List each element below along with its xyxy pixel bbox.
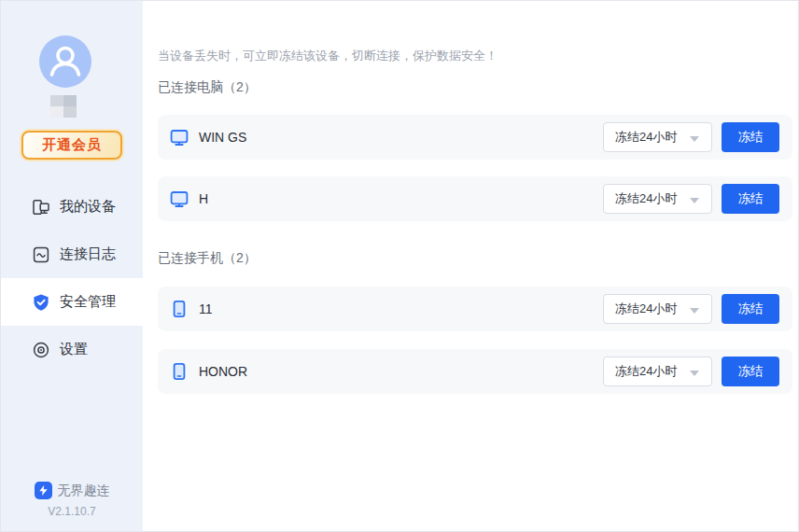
app-name: 无界趣连 xyxy=(58,483,110,499)
section-title-computers: 已连接电脑（2） xyxy=(158,79,257,96)
device-row: 11 冻结24小时 冻结 xyxy=(158,287,792,331)
sidebar-item-settings[interactable]: 设置 xyxy=(1,326,143,373)
settings-icon xyxy=(32,341,50,359)
smartphone-icon xyxy=(170,300,189,318)
freeze-duration-select[interactable]: 冻结24小时 xyxy=(603,357,712,386)
sidebar-item-label: 连接日志 xyxy=(60,245,116,263)
log-icon xyxy=(32,245,50,264)
device-name: 11 xyxy=(199,301,213,316)
device-name: HONOR xyxy=(199,364,247,379)
freeze-duration-value: 冻结24小时 xyxy=(615,190,677,207)
sidebar-item-label: 设置 xyxy=(60,341,88,358)
sidebar-item-my-devices[interactable]: 我的设备 xyxy=(1,183,143,231)
avatar[interactable] xyxy=(39,35,91,88)
monitor-icon xyxy=(170,189,189,208)
shield-check-icon xyxy=(32,293,50,312)
app-window: 开通会员 我的设备 连接日志 安全管理 xyxy=(0,0,799,532)
brand-block: 无界趣连 V2.1.10.7 xyxy=(1,482,143,518)
sidebar: 开通会员 我的设备 连接日志 安全管理 xyxy=(1,1,143,532)
device-row: HONOR 冻结24小时 冻结 xyxy=(158,349,792,394)
freeze-duration-value: 冻结24小时 xyxy=(615,301,677,317)
sidebar-item-security[interactable]: 安全管理 xyxy=(1,278,143,326)
device-name: WIN GS xyxy=(199,130,246,145)
freeze-duration-select[interactable]: 冻结24小时 xyxy=(603,184,712,214)
sidebar-item-connection-logs[interactable]: 连接日志 xyxy=(1,231,143,278)
main-content: 当设备丢失时，可立即冻结该设备，切断连接，保护数据安全！ 已连接电脑（2） WI… xyxy=(143,1,799,532)
smartphone-icon xyxy=(170,362,189,381)
freeze-button[interactable]: 冻结 xyxy=(722,294,779,324)
security-notice: 当设备丢失时，可立即冻结该设备，切断连接，保护数据安全！ xyxy=(158,48,498,64)
sidebar-item-label: 安全管理 xyxy=(60,293,116,311)
freeze-button[interactable]: 冻结 xyxy=(722,184,779,214)
freeze-button[interactable]: 冻结 xyxy=(722,357,779,386)
section-title-phones: 已连接手机（2） xyxy=(158,250,257,267)
person-icon xyxy=(39,35,91,88)
freeze-duration-select[interactable]: 冻结24小时 xyxy=(603,122,712,152)
devices-icon xyxy=(32,198,50,217)
device-row: H 冻结24小时 冻结 xyxy=(158,176,792,221)
censored-username xyxy=(50,95,77,118)
freeze-button[interactable]: 冻结 xyxy=(722,122,779,152)
device-name: H xyxy=(199,191,208,206)
app-logo-icon xyxy=(35,482,52,499)
monitor-icon xyxy=(170,128,189,147)
sidebar-item-label: 我的设备 xyxy=(60,198,116,216)
chevron-down-icon xyxy=(690,371,699,376)
chevron-down-icon xyxy=(690,198,699,203)
freeze-duration-select[interactable]: 冻结24小时 xyxy=(603,294,712,324)
open-vip-button[interactable]: 开通会员 xyxy=(21,131,122,160)
device-row: WIN GS 冻结24小时 冻结 xyxy=(158,115,792,160)
freeze-duration-value: 冻结24小时 xyxy=(615,129,677,146)
freeze-duration-value: 冻结24小时 xyxy=(615,363,677,380)
chevron-down-icon xyxy=(690,136,699,142)
app-version: V2.1.10.7 xyxy=(1,505,143,518)
chevron-down-icon xyxy=(690,308,699,314)
